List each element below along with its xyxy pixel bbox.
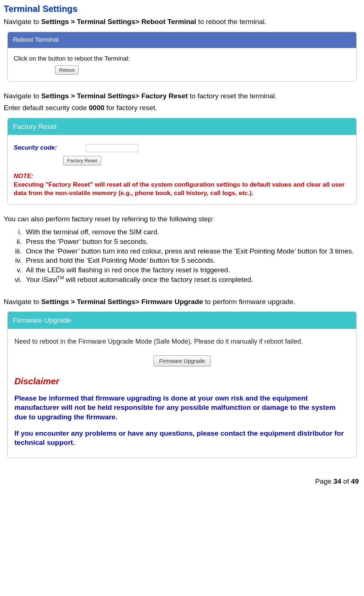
factory-reset-button[interactable]: Factory Reset xyxy=(63,156,101,166)
note-body: Executing "Factory Reset" will reset all… xyxy=(14,181,350,198)
text: to reboot the terminal. xyxy=(196,18,266,25)
note-title: NOTE: xyxy=(14,172,350,181)
text: for factory reset. xyxy=(105,104,157,112)
list-item: Press and hold the ‘Exit Pointing Mode’ … xyxy=(24,256,360,265)
list-item: Once the ‘Power’ button turn into red co… xyxy=(24,246,360,256)
text: Page xyxy=(315,477,334,485)
factory-alt-intro: You can also perform factory reset by re… xyxy=(4,214,360,224)
factory-code-line: Enter default security code 0000 for fac… xyxy=(4,103,360,113)
factory-panel-header: Factory Reset xyxy=(8,118,356,135)
text: Navigate to xyxy=(4,18,41,25)
disclaimer-p1: Please be informed that firmware upgradi… xyxy=(14,394,350,422)
factory-steps-list: With the terminal off, remove the SIM ca… xyxy=(4,227,360,284)
factory-note: NOTE: Executing "Factory Reset" will res… xyxy=(14,172,350,198)
trademark-sup: TM xyxy=(57,275,64,280)
reboot-nav-line: Navigate to Settings > Terminal Settings… xyxy=(4,17,360,27)
text: Navigate to xyxy=(4,92,41,100)
firmware-panel-header: Firmware Upgrade xyxy=(8,312,356,329)
reboot-panel-body: Click on the button to reboot the Termin… xyxy=(8,48,356,81)
page-total: 49 xyxy=(351,477,359,485)
firmware-nav-line: Navigate to Settings > Terminal Settings… xyxy=(4,297,360,307)
text: Your iSavi xyxy=(26,276,57,283)
firmware-panel: Firmware Upgrade Need to reboot in the F… xyxy=(7,311,357,458)
reboot-instruction: Click on the button to reboot the Termin… xyxy=(14,55,350,63)
text: will reboot automatically once the facto… xyxy=(64,276,253,283)
list-item: Press the ‘Power’ button for 5 seconds. xyxy=(24,237,360,246)
reboot-button[interactable]: Reboot xyxy=(55,65,79,75)
breadcrumb-reboot: Settings > Terminal Settings> Reboot Ter… xyxy=(41,18,196,25)
text: of xyxy=(341,477,351,485)
list-item: With the terminal off, remove the SIM ca… xyxy=(24,227,360,237)
factory-panel-body: Security code: Factory Reset NOTE: Execu… xyxy=(8,135,356,204)
disclaimer-p2: If you encounter any problems or have an… xyxy=(14,429,350,447)
security-code-label: Security code: xyxy=(14,144,84,152)
text: Navigate to xyxy=(4,298,41,306)
page-footer: Page 34 of 49 xyxy=(4,477,360,486)
security-code-input[interactable] xyxy=(86,144,138,152)
disclaimer-heading: Disclaimer xyxy=(14,375,350,387)
page-current: 34 xyxy=(333,477,341,485)
reboot-panel-header: Reboot Terminal xyxy=(8,32,356,48)
list-item: Your iSaviTM will reboot automatically o… xyxy=(24,275,360,285)
breadcrumb-factory: Settings > Terminal Settings> Factory Re… xyxy=(41,92,188,100)
firmware-upgrade-button[interactable]: Firmware Upgrade xyxy=(153,355,210,367)
text: to factory reset the terminal. xyxy=(188,92,277,100)
breadcrumb-firmware: Settings > Terminal Settings> Firmware U… xyxy=(41,298,203,306)
page-title: Terminal Settings xyxy=(4,3,360,15)
firmware-message: Need to reboot in the Firmware Upgrade M… xyxy=(14,337,350,346)
reboot-panel: Reboot Terminal Click on the button to r… xyxy=(7,32,357,82)
text: to perform firmware upgrade. xyxy=(203,298,295,306)
list-item: All the LEDs will flashing in red once t… xyxy=(24,265,360,275)
text: Enter default security code xyxy=(4,104,89,112)
factory-nav-line: Navigate to Settings > Terminal Settings… xyxy=(4,91,360,101)
firmware-panel-body: Need to reboot in the Firmware Upgrade M… xyxy=(8,329,356,458)
default-code: 0000 xyxy=(89,104,104,112)
factory-panel: Factory Reset Security code: Factory Res… xyxy=(7,118,357,205)
